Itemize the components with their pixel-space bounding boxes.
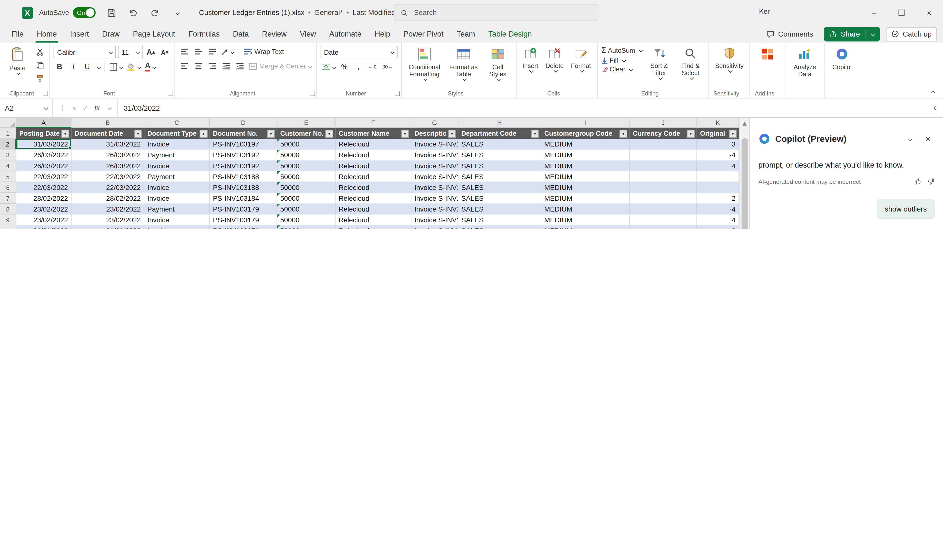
excel-app-icon[interactable]: X [22,7,33,18]
column-header-J[interactable]: J [630,118,697,128]
row-header-5[interactable]: 5 [0,171,16,182]
column-header-B[interactable]: B [71,118,144,128]
table-header-customer-name[interactable]: Customer Name▾ [335,128,411,139]
collapse-panel-button[interactable] [903,132,917,146]
filter-button[interactable]: ▾ [687,129,695,137]
search-input[interactable] [413,8,592,17]
cell-K3[interactable]: -4 [697,150,739,160]
column-header-H[interactable]: H [458,118,542,128]
currency-format-button[interactable] [320,61,336,72]
user-name[interactable]: Ker [759,8,770,15]
filter-button[interactable]: ▾ [448,129,456,137]
table-header-document-type[interactable]: Document Type▾ [144,128,210,139]
cell-E9[interactable]: 50000 [277,214,335,225]
autosum-button[interactable]: ΣAutoSum [601,46,642,55]
close-panel-button[interactable]: × [921,132,935,146]
cell-H8[interactable]: SALES [458,204,542,214]
cell-G6[interactable]: Invoice S-INV10 [411,182,458,193]
cell-E5[interactable]: 50000 [277,171,335,182]
cell-D7[interactable]: PS-INV103184 [210,193,277,204]
cell-B3[interactable]: 26/03/2022 [71,150,144,160]
autosave-toggle[interactable]: AutoSave On [39,7,96,18]
comma-style-button[interactable]: , [352,61,364,72]
cell-styles-button[interactable]: Cell Styles [483,46,512,82]
cell-J4[interactable] [630,160,697,171]
ribbon-tab-file[interactable]: File [5,25,30,43]
ribbon-tab-power-pivot[interactable]: Power Pivot [397,25,450,43]
cell-A10[interactable]: 31/01/2022 [16,225,71,229]
customize-toolbar-button[interactable] [170,6,184,19]
cell-D8[interactable]: PS-INV103179 [210,204,277,214]
cell-E2[interactable]: 50000 [277,139,335,150]
align-bottom-button[interactable] [206,46,218,58]
cell-I8[interactable]: MEDIUM [542,204,630,214]
cell-B9[interactable]: 23/02/2022 [71,214,144,225]
sensitivity-button[interactable]: Sensitivity [713,46,746,73]
analyze-data-button[interactable]: Analyze Data [789,46,820,79]
cell-B2[interactable]: 31/03/2022 [71,139,144,150]
cell-J7[interactable] [630,193,697,204]
cell-D9[interactable]: PS-INV103179 [210,214,277,225]
format-as-table-button[interactable]: Format as Table [446,46,481,82]
paste-button[interactable]: Paste [4,46,31,84]
orientation-button[interactable] [220,46,235,58]
ribbon-tab-data[interactable]: Data [226,25,255,43]
column-header-E[interactable]: E [277,118,335,128]
fill-color-button[interactable] [126,61,142,72]
cell-G9[interactable]: Invoice S-INV10 [411,214,458,225]
filter-button[interactable]: ▾ [326,129,333,137]
cell-J5[interactable] [630,171,697,182]
insert-cells-button[interactable]: Insert [520,46,541,73]
filter-button[interactable]: ▾ [401,129,409,137]
cell-K4[interactable]: 4 [697,160,739,171]
cell-E8[interactable]: 50000 [277,204,335,214]
cell-I10[interactable]: MEDIUM [542,225,630,229]
cell-F4[interactable]: Relecloud [335,160,411,171]
clear-button[interactable]: Clear [601,66,642,72]
cell-I3[interactable]: MEDIUM [542,150,630,160]
align-left-button[interactable] [179,60,191,72]
cell-H2[interactable]: SALES [458,139,542,150]
cell-E7[interactable]: 50000 [277,193,335,204]
name-box[interactable]: A2 [0,98,53,117]
increase-font-button[interactable]: A▲ [145,46,157,58]
ribbon-tab-draw[interactable]: Draw [96,25,126,43]
format-painter-button[interactable] [34,72,46,84]
table-header-document-date[interactable]: Document Date▾ [71,128,144,139]
conditional-formatting-button[interactable]: Conditional Formatting [405,46,444,82]
fill-handle[interactable] [68,146,72,150]
borders-button[interactable] [108,61,124,72]
share-button[interactable]: Share [824,27,880,41]
filter-button[interactable]: ▾ [200,129,208,137]
column-header-D[interactable]: D [210,118,277,128]
row-header-6[interactable]: 6 [0,182,16,193]
copy-button[interactable] [34,59,46,71]
cell-H10[interactable]: SALES [458,225,542,229]
cell-I9[interactable]: MEDIUM [542,214,630,225]
cell-D5[interactable]: PS-INV103188 [210,171,277,182]
decrease-decimal-button[interactable]: .00→ [380,61,394,72]
increase-decimal-button[interactable]: ←.0 [366,61,378,72]
cell-B7[interactable]: 28/02/2022 [71,193,144,204]
cell-E10[interactable]: 50000 [277,225,335,229]
percent-style-button[interactable]: % [338,61,350,72]
cell-K7[interactable]: 2 [697,193,739,204]
maximize-button[interactable] [888,0,915,25]
formula-input[interactable]: 31/03/2022 [118,98,925,117]
cell-A6[interactable]: 22/03/2022 [16,182,71,193]
autosave-pill[interactable]: On [73,7,96,18]
number-format-combo[interactable]: Date [320,46,397,58]
font-name-combo[interactable]: Calibri [54,46,116,58]
italic-button[interactable]: I [67,61,79,72]
thumbs-up-icon[interactable] [914,178,921,185]
cell-K5[interactable] [697,171,739,182]
cell-I4[interactable]: MEDIUM [542,160,630,171]
collapse-ribbon-button[interactable] [931,91,935,95]
column-header-C[interactable]: C [144,118,210,128]
cell-F8[interactable]: Relecloud [335,204,411,214]
cell-F7[interactable]: Relecloud [335,193,411,204]
ribbon-tab-table-design[interactable]: Table Design [482,25,539,43]
ribbon-tab-formulas[interactable]: Formulas [182,25,226,43]
cell-H5[interactable]: SALES [458,171,542,182]
cell-C3[interactable]: Payment [144,150,210,160]
